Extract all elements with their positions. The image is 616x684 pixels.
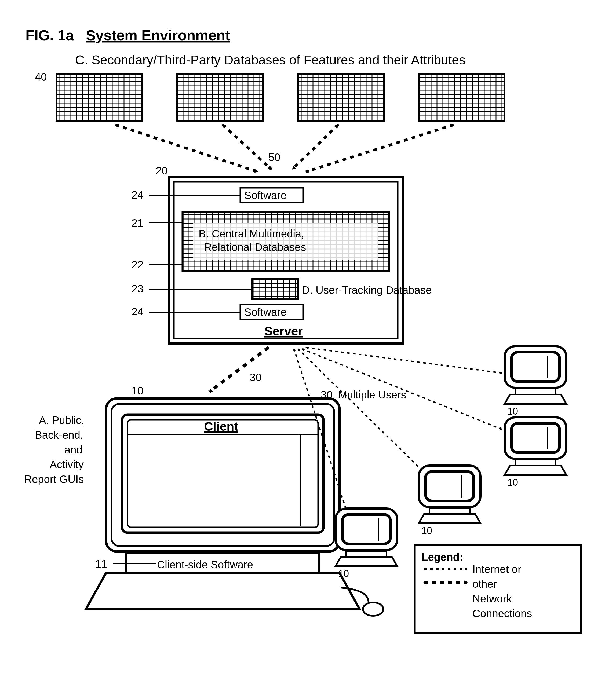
thirdparty-db-3 bbox=[298, 74, 384, 121]
ref-24-bottom: 24 bbox=[132, 306, 144, 317]
thirdparty-db-4 bbox=[419, 74, 505, 121]
legend-text-3: Network bbox=[472, 593, 512, 604]
section-a-l1: A. Public, bbox=[39, 414, 84, 426]
software-label-top: Software bbox=[244, 190, 287, 201]
svg-point-12 bbox=[363, 602, 383, 616]
ref-10-2: 10 bbox=[507, 477, 518, 488]
section-b-label-2: Relational Databases bbox=[204, 241, 306, 253]
conn-30-main bbox=[210, 348, 268, 392]
ref-30-main: 30 bbox=[250, 371, 262, 383]
conn-50-4 bbox=[306, 125, 454, 172]
svg-rect-14 bbox=[511, 352, 559, 381]
svg-rect-3 bbox=[298, 74, 384, 121]
svg-rect-24 bbox=[430, 508, 470, 514]
svg-rect-2 bbox=[177, 74, 263, 121]
legend-text-1: Internet or bbox=[472, 563, 521, 575]
client-software-label: Client-side Software bbox=[157, 559, 253, 571]
tracking-db bbox=[252, 279, 298, 299]
thirdparty-db-1 bbox=[57, 74, 142, 121]
conn-mu-4 bbox=[306, 348, 502, 373]
client-title: Client bbox=[204, 419, 238, 433]
ref-20: 20 bbox=[156, 165, 168, 177]
thirdparty-db-2 bbox=[177, 74, 263, 121]
section-d-label: D. User-Tracking Database bbox=[302, 284, 432, 296]
legend-text-2: other bbox=[472, 578, 497, 590]
ref-21: 21 bbox=[132, 217, 144, 229]
legend-text-4: Connections bbox=[472, 608, 532, 619]
ref-23: 23 bbox=[132, 283, 144, 295]
ref-22: 22 bbox=[132, 259, 144, 270]
ref-10-main: 10 bbox=[132, 385, 144, 397]
ref-24-top: 24 bbox=[132, 189, 144, 201]
figure-id: FIG. 1a bbox=[25, 27, 74, 43]
section-a-l4: Activity bbox=[50, 459, 84, 470]
small-computer-4 bbox=[335, 508, 397, 566]
svg-rect-26 bbox=[342, 514, 391, 544]
ref-10-3: 10 bbox=[421, 525, 432, 536]
ref-50: 50 bbox=[268, 151, 281, 163]
conn-50-3 bbox=[292, 125, 338, 169]
svg-rect-4 bbox=[419, 74, 505, 121]
svg-rect-28 bbox=[346, 551, 387, 557]
section-a-l2: Back-end, bbox=[35, 429, 83, 441]
server-title: Server bbox=[264, 324, 303, 338]
ref-10-4: 10 bbox=[338, 568, 349, 579]
section-a-l3: and bbox=[64, 444, 82, 456]
conn-50-1 bbox=[115, 125, 258, 172]
svg-rect-22 bbox=[425, 471, 474, 501]
section-c-label: C. Secondary/Third-Party Databases of Fe… bbox=[75, 53, 465, 67]
figure-title: System Environment bbox=[86, 27, 230, 43]
small-computer-2 bbox=[505, 417, 566, 475]
svg-rect-20 bbox=[515, 460, 556, 466]
svg-rect-1 bbox=[57, 74, 142, 121]
section-a-l5: Report GUIs bbox=[24, 473, 84, 485]
system-environment-diagram: FIG. 1a System Environment C. Secondary/… bbox=[0, 0, 616, 684]
ref-30-mu: 30 bbox=[321, 389, 333, 401]
small-computer-1 bbox=[505, 346, 566, 404]
legend-title: Legend: bbox=[421, 551, 463, 563]
conn-50-2 bbox=[223, 125, 271, 169]
svg-rect-9 bbox=[128, 420, 318, 527]
multiple-users-label: Multiple Users bbox=[338, 389, 406, 401]
ref-40: 40 bbox=[35, 71, 47, 83]
svg-rect-18 bbox=[511, 423, 559, 453]
ref-10-1: 10 bbox=[507, 406, 518, 417]
svg-rect-16 bbox=[515, 389, 556, 395]
ref-11: 11 bbox=[95, 558, 107, 570]
section-b-label-1: B. Central Multimedia, bbox=[199, 228, 304, 240]
small-computer-3 bbox=[419, 466, 481, 523]
software-label-bottom: Software bbox=[244, 306, 287, 318]
